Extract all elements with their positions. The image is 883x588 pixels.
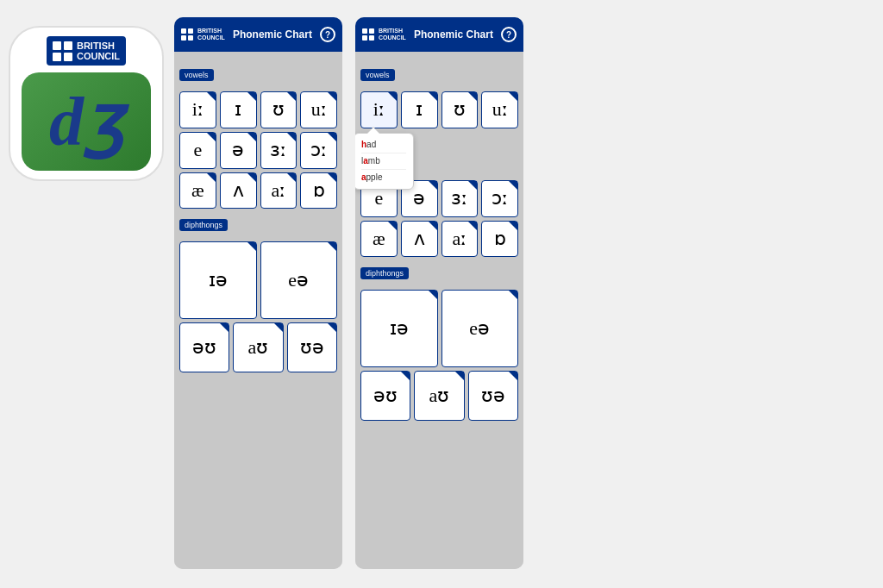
tooltip-rest-apple: pple (366, 172, 383, 182)
vowels-label-2: vowels (360, 69, 395, 81)
phoneme-aː-s2[interactable]: aː (442, 221, 479, 258)
tooltip-item-apple: apple (361, 170, 406, 185)
phoneme-əʊ-s2[interactable]: əʊ (360, 371, 410, 421)
phoneme-æ-s2[interactable]: æ (360, 221, 398, 258)
british-council-logo: BRITISHCOUNCIL (47, 36, 126, 66)
phoneme-uː-s2[interactable]: uː (481, 91, 518, 128)
diphthongs-label-2: diphthongs (360, 267, 409, 279)
phoneme-ʊ-s2[interactable]: ʊ (442, 91, 479, 128)
phoneme-e[interactable]: e (179, 132, 216, 169)
screen-2-header: BRITISHCOUNCIL Phonemic Chart ? (355, 17, 523, 52)
phoneme-ə[interactable]: ə (220, 132, 257, 169)
screen-2: BRITISHCOUNCIL Phonemic Chart ? vowels i… (355, 17, 523, 569)
screen-1-title: Phonemic Chart (233, 28, 312, 41)
phoneme-ɪə[interactable]: ɪə (179, 241, 257, 319)
tooltip-item-had: had (361, 137, 406, 153)
screen-1: BRITISHCOUNCIL Phonemic Chart ? vowels i… (174, 17, 342, 569)
vowels-row-1-s2-grid: iː ɪ ʊ uː (360, 91, 518, 128)
phoneme-ʊə[interactable]: ʊə (287, 322, 337, 372)
screen-1-header: BRITISHCOUNCIL Phonemic Chart ? (174, 17, 342, 52)
diphthongs-section-1: diphthongs (179, 216, 337, 236)
vowels-row-1: iː ɪ ʊ uː (179, 91, 337, 128)
diphthongs-row-2-s2: əʊ aʊ ʊə (360, 371, 518, 421)
diphthongs-row-2: əʊ aʊ ʊə (179, 322, 337, 372)
header-bc-text-2: BRITISHCOUNCIL (379, 28, 406, 41)
phoneme-əʊ[interactable]: əʊ (179, 322, 229, 372)
phoneme-ɔː[interactable]: ɔː (300, 132, 337, 169)
header-bc-dots-1 (181, 28, 193, 41)
tooltip-rest-lamb: mb (368, 156, 380, 166)
screen-2-body: vowels iː ɪ ʊ uː had lamb (355, 52, 523, 569)
help-button-2[interactable]: ? (501, 27, 517, 42)
header-left-2: BRITISHCOUNCIL (362, 28, 406, 41)
phoneme-ɔː-s2[interactable]: ɔː (481, 180, 518, 217)
phoneme-ʊə-s2[interactable]: ʊə (468, 371, 518, 421)
vowels-row-3: æ ʌ aː ɒ (179, 172, 337, 210)
phoneme-ɜː[interactable]: ɜː (260, 132, 297, 169)
phoneme-uː[interactable]: uː (300, 91, 337, 128)
diphthongs-section-2: diphthongs (360, 264, 518, 285)
phoneme-eə-s2[interactable]: eə (442, 290, 519, 367)
phoneme-aʊ-s2[interactable]: aʊ (414, 371, 464, 421)
phoneme-æ[interactable]: æ (179, 172, 216, 210)
help-button-1[interactable]: ? (320, 27, 335, 42)
vowels-section-2: vowels (360, 66, 518, 86)
bc-logo-text: BRITISHCOUNCIL (77, 41, 120, 61)
vowels-row-2: e ə ɜː ɔː (179, 132, 337, 169)
phoneme-aʊ[interactable]: aʊ (233, 322, 283, 372)
phoneme-iː[interactable]: iː (179, 91, 216, 128)
header-left-1: BRITISHCOUNCIL (181, 28, 225, 41)
phoneme-aː[interactable]: aː (260, 172, 297, 210)
dz-symbol: dʒ (22, 72, 151, 171)
vowels-row-1-screen2: iː ɪ ʊ uː had lamb apple (360, 91, 518, 128)
dz-character: dʒ (49, 87, 123, 156)
tooltip-rest-had: ad (366, 140, 376, 149)
phoneme-ɪ-s2[interactable]: ɪ (401, 91, 438, 128)
phoneme-ɪə-s2[interactable]: ɪə (360, 290, 438, 367)
diphthongs-label-1: diphthongs (179, 219, 228, 231)
screens-container: BRITISHCOUNCIL Phonemic Chart ? vowels i… (174, 17, 523, 569)
phoneme-ʌ-s2[interactable]: ʌ (401, 221, 438, 258)
phoneme-ɜː-s2[interactable]: ɜː (442, 180, 479, 217)
vowels-row-3-s2: æ ʌ aː ɒ (360, 221, 518, 258)
phoneme-ɒ[interactable]: ɒ (300, 172, 337, 210)
vowels-label-1: vowels (179, 69, 214, 81)
bc-logo-dots (53, 41, 72, 61)
diphthongs-row-1: ɪə eə (179, 241, 337, 319)
phoneme-eə[interactable]: eə (260, 241, 338, 319)
phoneme-ʊ[interactable]: ʊ (260, 91, 297, 128)
phoneme-ʌ[interactable]: ʌ (220, 172, 257, 210)
phoneme-ɪ[interactable]: ɪ (220, 91, 257, 128)
diphthongs-row-1-s2: ɪə eə (360, 290, 518, 367)
phoneme-ɒ-s2[interactable]: ɒ (481, 221, 518, 258)
phoneme-iː-s2[interactable]: iː (360, 91, 398, 128)
header-bc-text-1: BRITISHCOUNCIL (197, 28, 225, 41)
tooltip-item-lamb: lamb (361, 153, 406, 170)
screen-1-body: vowels iː ɪ ʊ uː e ə ɜː ɔː æ ʌ aː ɒ (174, 52, 342, 569)
vowels-section-1: vowels (179, 66, 337, 86)
phoneme-tooltip: had lamb apple (355, 133, 414, 190)
header-bc-dots-2 (362, 28, 374, 41)
app-icon: BRITISHCOUNCIL dʒ (9, 26, 164, 181)
screen-2-title: Phonemic Chart (414, 28, 493, 41)
